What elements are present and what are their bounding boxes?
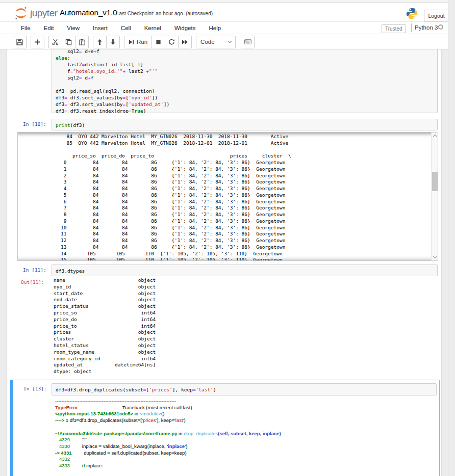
menu-help[interactable]: Help bbox=[202, 25, 228, 31]
restart-icon bbox=[168, 39, 175, 45]
scroll-up-arrow-icon[interactable] bbox=[432, 133, 438, 139]
cut-cell-button[interactable] bbox=[48, 36, 62, 48]
command-palette-button[interactable] bbox=[241, 36, 255, 48]
code-cell-11-source: df3.dtypes bbox=[56, 268, 437, 274]
checkpoint-status: Last Checkpoint: an hour ago (autosaved) bbox=[116, 11, 213, 16]
notebook-title[interactable]: Automation_v1.0 bbox=[60, 8, 117, 17]
output-10-text: 84 OYO 442 Marvelton Hotel MY_GTN026 201… bbox=[61, 134, 291, 261]
code-cell-input-13[interactable]: df3=df3.drop_duplicates(subset=['prices'… bbox=[52, 383, 437, 395]
scrollbar-thumb[interactable] bbox=[432, 172, 438, 191]
move-cell-down-button[interactable] bbox=[106, 36, 120, 48]
copy-cell-button[interactable] bbox=[62, 36, 75, 48]
add-cell-button[interactable] bbox=[31, 36, 44, 48]
copy-icon bbox=[65, 39, 72, 45]
fast-forward-icon bbox=[182, 39, 188, 45]
code-cell-input-10[interactable]: print(df3) bbox=[52, 119, 438, 130]
kernel-name: Python 3 bbox=[415, 24, 438, 31]
code-cell-input-top[interactable]: sql2= d+e+felse: last2=distinct_id_list[… bbox=[52, 49, 438, 113]
python-logo-icon bbox=[406, 7, 418, 20]
scroll-down-arrow-icon[interactable] bbox=[432, 254, 438, 260]
output-11-text: name object oyo_id object start_date obj… bbox=[54, 277, 156, 375]
code-cell-input-11[interactable]: df3.dtypes bbox=[52, 265, 438, 276]
output-scrollbar[interactable] bbox=[431, 133, 438, 260]
cell-type-dropdown[interactable]: Code bbox=[196, 36, 236, 48]
menu-insert[interactable]: Insert bbox=[86, 25, 114, 31]
trusted-badge[interactable]: Trusted bbox=[382, 24, 406, 33]
menu-edit[interactable]: Edit bbox=[37, 25, 61, 31]
input-prompt-11: In [11]: bbox=[23, 267, 46, 273]
notebook-header: jupyter Automation_v1.0 Last Checkpoint:… bbox=[0, 3, 455, 22]
jupyter-notebook-app: jupyter Automation_v1.0 Last Checkpoint:… bbox=[0, 0, 455, 476]
output-area-10-scrollable[interactable]: 84 OYO 442 Marvelton Hotel MY_GTN026 201… bbox=[17, 132, 438, 261]
selected-code-cell-13[interactable]: In [13]: df3=df3.drop_duplicates(subset=… bbox=[10, 380, 440, 476]
arrow-down-icon bbox=[110, 39, 116, 45]
code-cell-10-source: print(df3) bbox=[56, 122, 437, 128]
notebook-container: sql2= d+e+felse: last2=distinct_id_list[… bbox=[6, 49, 442, 476]
menu-file[interactable]: File bbox=[14, 25, 37, 31]
logout-button[interactable]: Logout bbox=[424, 10, 449, 21]
arrow-up-icon bbox=[96, 39, 103, 45]
menu-bar: File Edit View Insert Cell Kernel Widget… bbox=[0, 22, 455, 34]
run-icon bbox=[129, 39, 134, 45]
menu-cell[interactable]: Cell bbox=[114, 25, 138, 31]
kernel-idle-icon bbox=[438, 24, 443, 30]
jupyter-logo[interactable]: jupyter bbox=[15, 7, 58, 20]
paste-icon bbox=[79, 39, 85, 45]
jupyter-logo-text: jupyter bbox=[30, 8, 58, 19]
menu-kernel[interactable]: Kernel bbox=[138, 25, 168, 31]
input-prompt-10: In [10]: bbox=[23, 121, 46, 127]
stop-icon bbox=[156, 39, 161, 45]
error-traceback-13: ----------------------------------------… bbox=[55, 398, 281, 476]
jupyter-logo-icon bbox=[15, 7, 27, 20]
plus-icon bbox=[34, 39, 41, 45]
save-button[interactable] bbox=[13, 36, 27, 48]
code-cell-13-source: df3=df3.drop_duplicates(subset=['prices'… bbox=[56, 386, 436, 393]
menu-widgets[interactable]: Widgets bbox=[168, 25, 203, 31]
move-cell-up-button[interactable] bbox=[93, 36, 107, 48]
run-cell-button[interactable]: Run bbox=[124, 36, 152, 48]
notebook-toolbar: Run Code bbox=[0, 35, 455, 49]
interrupt-kernel-button[interactable] bbox=[151, 36, 165, 48]
code-cell-top-source: sql2= d+e+felse: last2=distinct_id_list[… bbox=[56, 49, 437, 113]
page-scrollbar[interactable] bbox=[448, 0, 455, 476]
input-prompt-13: In [13]: bbox=[23, 386, 47, 391]
menu-view[interactable]: View bbox=[60, 25, 86, 31]
keyboard-icon bbox=[244, 39, 251, 44]
restart-run-all-button[interactable] bbox=[178, 36, 192, 48]
chevron-down-icon bbox=[228, 40, 232, 43]
paste-cell-button[interactable] bbox=[75, 36, 89, 48]
save-icon bbox=[16, 39, 23, 45]
output-prompt-11: Out[11]: bbox=[21, 279, 44, 285]
kernel-separator bbox=[411, 23, 412, 32]
restart-kernel-button[interactable] bbox=[165, 36, 179, 48]
cut-icon bbox=[52, 39, 59, 45]
